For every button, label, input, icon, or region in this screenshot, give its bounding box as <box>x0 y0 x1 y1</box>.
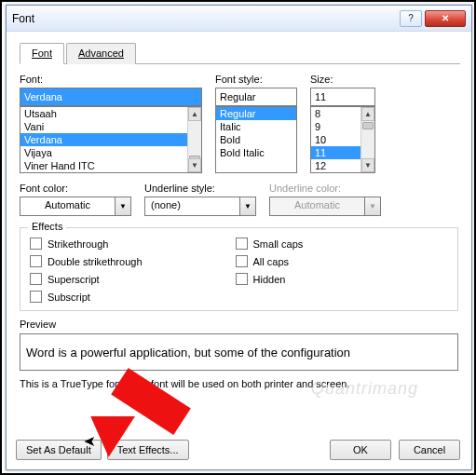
list-item[interactable]: Bold Italic <box>216 146 296 159</box>
close-button[interactable]: ✕ <box>425 10 466 27</box>
subscript-checkbox[interactable]: Subscript <box>30 291 143 303</box>
underline-style-combo[interactable]: (none) ▼ <box>144 197 256 216</box>
list-item[interactable]: Italic <box>216 120 296 133</box>
all-caps-checkbox[interactable]: All caps <box>236 255 304 267</box>
preview-label: Preview <box>20 319 458 330</box>
scroll-up-icon[interactable]: ▲ <box>188 107 201 121</box>
list-item[interactable]: Utsaah <box>20 107 201 120</box>
size-listbox[interactable]: 8 9 10 11 12 ▲ ▼ <box>310 106 375 173</box>
list-item[interactable]: Verdana <box>20 133 201 146</box>
list-item[interactable]: Vijaya <box>20 146 201 159</box>
list-item[interactable]: Viner Hand ITC <box>20 159 201 172</box>
underline-color-combo: Automatic ▼ <box>269 197 381 216</box>
cursor-icon: ➤ <box>84 432 96 450</box>
list-item[interactable]: Vani <box>20 120 201 133</box>
small-caps-checkbox[interactable]: Small caps <box>236 238 304 250</box>
double-strikethrough-checkbox[interactable]: Double strikethrough <box>30 255 143 267</box>
font-dialog: Font ? ✕ Font Advanced Font: Utsaah <box>6 5 472 470</box>
font-style-input[interactable] <box>215 88 297 106</box>
cancel-button[interactable]: Cancel <box>399 440 460 460</box>
effects-title: Effects <box>28 221 66 232</box>
font-listbox[interactable]: Utsaah Vani Verdana Vijaya Viner Hand IT… <box>20 106 202 173</box>
tab-font[interactable]: Font <box>20 43 64 64</box>
strikethrough-checkbox[interactable]: Strikethrough <box>30 238 143 250</box>
preview-note: This is a TrueType font. This font will … <box>20 378 458 389</box>
scrollbar[interactable]: ▲ ▼ <box>187 107 201 172</box>
scroll-up-icon[interactable]: ▲ <box>361 107 374 121</box>
help-button[interactable]: ? <box>400 10 422 27</box>
scroll-down-icon[interactable]: ▼ <box>188 158 201 172</box>
ok-button[interactable]: OK <box>330 440 391 460</box>
hidden-checkbox[interactable]: Hidden <box>236 273 304 285</box>
font-style-listbox[interactable]: Regular Italic Bold Bold Italic <box>215 106 297 173</box>
text-effects-button[interactable]: Text Effects... <box>107 440 189 460</box>
size-label: Size: <box>310 74 375 85</box>
size-input[interactable] <box>310 88 375 106</box>
titlebar: Font ? ✕ <box>7 6 471 32</box>
list-item[interactable]: Regular <box>216 107 296 120</box>
chevron-down-icon[interactable]: ▼ <box>240 197 256 216</box>
effects-group: Effects Strikethrough Double strikethrou… <box>20 227 458 311</box>
underline-color-label: Underline color: <box>269 183 381 194</box>
font-style-label: Font style: <box>215 74 297 85</box>
scroll-down-icon[interactable]: ▼ <box>361 158 374 172</box>
font-input[interactable] <box>20 88 202 106</box>
scroll-thumb[interactable] <box>362 122 374 129</box>
underline-style-label: Underline style: <box>144 183 256 194</box>
scrollbar[interactable]: ▲ ▼ <box>360 107 374 172</box>
chevron-down-icon: ▼ <box>365 197 381 216</box>
chevron-down-icon[interactable]: ▼ <box>116 197 131 216</box>
tab-advanced[interactable]: Advanced <box>66 43 136 64</box>
superscript-checkbox[interactable]: Superscript <box>30 273 143 285</box>
window-title: Font <box>12 12 400 25</box>
font-color-label: Font color: <box>20 183 131 194</box>
list-item[interactable]: Bold <box>216 133 296 146</box>
font-label: Font: <box>20 74 202 85</box>
font-color-combo[interactable]: Automatic ▼ <box>20 197 131 216</box>
preview-box: Word is a powerful application, but some… <box>20 333 458 371</box>
